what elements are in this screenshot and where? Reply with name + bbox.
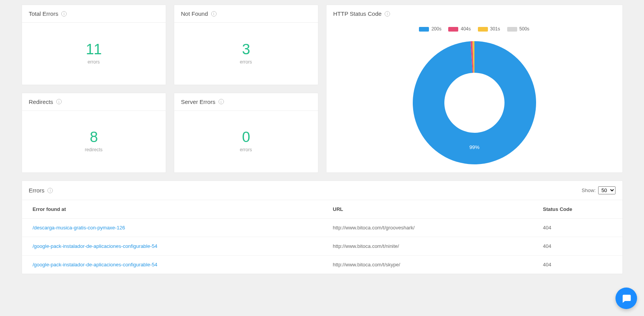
error-url: http://www.bitoca.com/t/grooveshark/ bbox=[322, 219, 532, 237]
card-value: 8 bbox=[90, 129, 98, 145]
donut-chart: 99% bbox=[405, 35, 544, 166]
card-title: Total Errors bbox=[29, 10, 59, 17]
card-errors-table: Errors i Show: 50 Error found at URL Sta… bbox=[22, 181, 623, 274]
error-url: http://www.bitoca.com/t/ninite/ bbox=[322, 237, 532, 256]
legend-item-301s[interactable]: 301s bbox=[478, 26, 500, 32]
card-not-found: Not Found i 3 errors bbox=[174, 5, 318, 85]
error-code: 404 bbox=[532, 256, 622, 274]
show-label: Show: bbox=[582, 187, 595, 193]
info-icon[interactable]: i bbox=[61, 11, 67, 17]
card-title: Server Errors bbox=[181, 99, 215, 105]
info-icon[interactable]: i bbox=[211, 11, 217, 17]
show-select[interactable]: 50 bbox=[598, 186, 615, 194]
card-redirects: Redirects i 8 redirects bbox=[22, 93, 166, 173]
card-value: 11 bbox=[86, 41, 101, 58]
error-code: 404 bbox=[532, 237, 622, 256]
error-url: http://www.bitoca.com/t/skype/ bbox=[322, 256, 532, 274]
table-row: /descarga-musica-gratis-con-pymaxe-126ht… bbox=[22, 219, 622, 237]
card-unit: errors bbox=[240, 59, 252, 65]
card-value: 0 bbox=[242, 129, 250, 145]
info-icon[interactable]: i bbox=[219, 99, 224, 104]
errors-table: Error found at URL Status Code /descarga… bbox=[22, 200, 622, 274]
col-status-code: Status Code bbox=[532, 200, 622, 219]
legend-item-200s[interactable]: 200s bbox=[419, 26, 441, 32]
col-url: URL bbox=[322, 200, 532, 219]
col-error-found-at: Error found at bbox=[22, 200, 322, 219]
svg-text:99%: 99% bbox=[469, 144, 479, 150]
card-title: Not Found bbox=[181, 10, 208, 17]
error-path-link[interactable]: /descarga-musica-gratis-con-pymaxe-126 bbox=[33, 225, 125, 231]
info-icon[interactable]: i bbox=[385, 11, 390, 17]
error-path-link[interactable]: /google-pack-instalador-de-aplicaciones-… bbox=[33, 243, 158, 249]
info-icon[interactable]: i bbox=[56, 99, 62, 104]
chart-title: HTTP Status Code bbox=[333, 10, 382, 17]
card-unit: errors bbox=[87, 59, 99, 65]
table-row: /google-pack-instalador-de-aplicaciones-… bbox=[22, 237, 622, 256]
info-icon[interactable]: i bbox=[47, 188, 53, 193]
error-path-link[interactable]: /google-pack-instalador-de-aplicaciones-… bbox=[33, 262, 158, 268]
legend-item-404s[interactable]: 404s bbox=[448, 26, 471, 32]
table-row: /google-pack-instalador-de-aplicaciones-… bbox=[22, 256, 622, 274]
card-total-errors: Total Errors i 11 errors bbox=[22, 5, 166, 85]
card-value: 3 bbox=[242, 41, 250, 58]
card-server-errors: Server Errors i 0 errors bbox=[174, 93, 318, 173]
chart-legend: 200s 404s 301s 500s bbox=[330, 26, 619, 32]
card-http-status-chart: HTTP Status Code i 200s 404s 301s 500s 9… bbox=[326, 5, 623, 173]
legend-item-500s[interactable]: 500s bbox=[507, 26, 530, 32]
card-unit: errors bbox=[240, 147, 252, 152]
error-code: 404 bbox=[532, 219, 622, 237]
card-title: Redirects bbox=[29, 99, 53, 105]
card-unit: redirects bbox=[85, 147, 103, 152]
table-title: Errors bbox=[29, 187, 45, 194]
